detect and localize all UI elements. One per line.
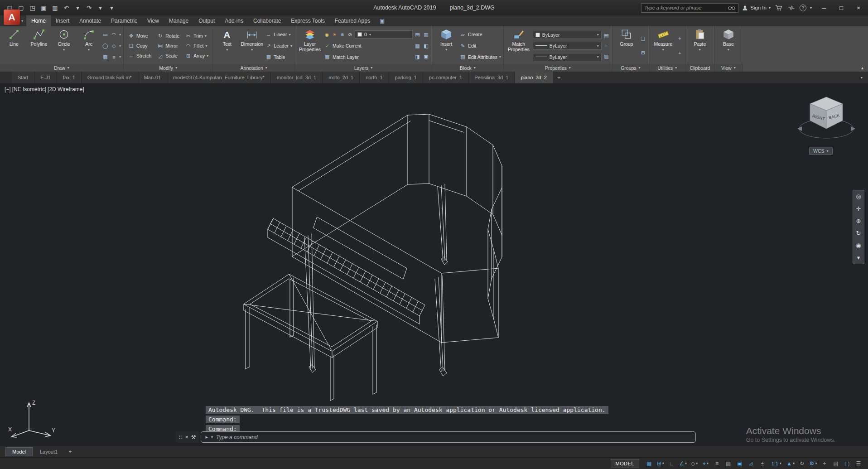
polyline-button[interactable]: Polyline	[27, 28, 51, 64]
file-tab-overflow-icon[interactable]: ▾	[861, 76, 863, 80]
app-store-cart-icon[interactable]	[774, 5, 783, 11]
annotation-scale-button[interactable]: 1:1 ▾	[769, 459, 784, 468]
ribbon-tab-output[interactable]: Output	[193, 15, 220, 26]
close-button[interactable]: ×	[850, 1, 867, 14]
a360-sync-icon[interactable]	[787, 5, 796, 11]
ribbon-collapse-icon[interactable]: ▴	[861, 65, 863, 70]
utilities-panel-label[interactable]: Utilities ▾	[649, 64, 685, 72]
new-layout-button[interactable]: +	[65, 449, 75, 455]
fillet-caret-icon[interactable]: ▾	[205, 44, 207, 48]
rotate-button[interactable]: ↻ Rotate	[157, 32, 179, 40]
arc-caret-icon[interactable]: ▾	[88, 48, 90, 52]
circle-caret-icon[interactable]: ▾	[63, 48, 65, 52]
file-tab[interactable]: Ground tank 5x6 m*	[82, 72, 138, 83]
properties-tool-icon[interactable]: ▥	[603, 53, 610, 59]
layer-thaw-icon[interactable]: ❄	[339, 32, 345, 37]
layer-tool-icon[interactable]: ▥	[423, 32, 429, 38]
orbit-icon[interactable]: ↻	[856, 230, 861, 237]
measure-button[interactable]: Measure ▾	[651, 28, 675, 64]
viewcube[interactable]: RIGHT BACK WCS ▾	[794, 89, 862, 155]
ellipse-icon[interactable]: ◯	[102, 43, 109, 49]
file-tab[interactable]: parking_1	[389, 72, 423, 83]
full-navigation-wheel-icon[interactable]: ◎	[856, 193, 861, 200]
layers-panel-label[interactable]: Layers ▾	[295, 64, 432, 72]
redo-icon[interactable]: ↷	[84, 3, 94, 13]
ribbon-tab-collaborate[interactable]: Collaborate	[248, 15, 286, 26]
ribbon-tab-annotate[interactable]: Annotate	[74, 15, 106, 26]
layout1-tab[interactable]: Layout1	[34, 448, 64, 456]
polar-tracking-icon[interactable]: ∠ ▾	[678, 459, 688, 468]
customization-icon[interactable]: ☰	[854, 459, 863, 468]
model-tab[interactable]: Model	[5, 447, 33, 456]
ribbon-tab-home[interactable]: Home	[26, 15, 51, 26]
ribbon-tab-express-tools[interactable]: Express Tools	[286, 15, 329, 26]
binoculars-search-icon[interactable]	[728, 5, 735, 10]
object-snap-icon[interactable]: ⌖ ▾	[701, 459, 711, 468]
save-icon[interactable]: ▣	[39, 3, 49, 13]
sign-in-caret-icon[interactable]: ▾	[769, 6, 771, 10]
edit-attributes-button[interactable]: ▨ Edit Attributes ▾	[459, 53, 501, 61]
redo-caret-icon[interactable]: ▾	[95, 3, 106, 13]
new-drawing-tab-button[interactable]: +	[553, 72, 565, 83]
undo-icon[interactable]: ↶	[61, 3, 72, 13]
fillet-button[interactable]: ◠ Fillet ▾	[185, 42, 208, 50]
copy-button[interactable]: ❏ Copy	[128, 42, 151, 50]
plot-icon[interactable]: ▥	[50, 3, 60, 13]
wcs-button[interactable]: WCS ▾	[809, 147, 833, 155]
array-button[interactable]: ⊞ Array ▾	[185, 52, 208, 60]
annotation-visibility-icon[interactable]: ▲ ▾	[786, 459, 796, 468]
ribbon-options-icon[interactable]: ▣	[380, 15, 385, 26]
base-button[interactable]: Base ▾	[717, 28, 740, 64]
search-input[interactable]	[644, 5, 725, 10]
file-tab-active[interactable]: piano_3d_2	[515, 72, 553, 83]
command-customize-icon[interactable]: ⚒	[191, 434, 196, 440]
group-button[interactable]: Group	[615, 28, 638, 64]
text-button[interactable]: A Text ▾	[215, 28, 239, 64]
help-caret-icon[interactable]: ▾	[810, 6, 812, 10]
minimize-button[interactable]: ─	[815, 1, 833, 14]
annotation-scale-caret-icon[interactable]: ▾	[780, 461, 781, 465]
file-tab[interactable]: Pensilina_3d_1	[468, 72, 515, 83]
command-line-palette[interactable]: ∷ × ⚒ ▸ ▾	[176, 431, 696, 443]
dynamic-input-icon[interactable]: ±	[757, 459, 767, 468]
leader-caret-icon[interactable]: ▾	[290, 44, 292, 48]
leader-button[interactable]: ↗ Leader ▾	[265, 42, 292, 50]
isodraft-icon[interactable]: ◇ ▾	[690, 459, 699, 468]
file-tab[interactable]: fax_1	[57, 72, 82, 83]
dimension-caret-icon[interactable]: ▾	[251, 48, 253, 52]
group-edit-icon[interactable]: ⊞	[640, 50, 646, 56]
dynamic-ucs-icon[interactable]: ⊿	[746, 459, 756, 468]
edit-block-button[interactable]: ✎ Edit	[459, 42, 501, 50]
groups-panel-label[interactable]: Groups ▾	[612, 64, 649, 72]
annotation-visibility-caret-icon[interactable]: ▾	[793, 461, 795, 465]
command-palette-grip[interactable]: ∷	[179, 434, 183, 440]
object-color-select[interactable]: ByLayer ▾	[533, 31, 602, 39]
qat-more-icon[interactable]: ▾	[106, 3, 117, 13]
boundary-icon[interactable]: ≡	[111, 54, 117, 60]
file-tab[interactable]: monitor_lcd_3d_1	[271, 72, 323, 83]
array-caret-icon[interactable]: ▾	[207, 54, 208, 58]
scale-button[interactable]: ◿ Scale	[157, 52, 179, 60]
isodraft-caret-icon[interactable]: ▾	[696, 461, 698, 465]
file-tab-start[interactable]: Start	[12, 72, 34, 83]
ungroup-icon[interactable]: ❏	[640, 36, 646, 42]
selection-cycling-icon[interactable]: ▣	[735, 459, 745, 468]
properties-panel-label[interactable]: Properties ▾	[504, 64, 612, 72]
zoom-icon[interactable]: ⊕	[856, 218, 861, 224]
rectangle-icon[interactable]: ▭	[102, 32, 109, 38]
create-block-button[interactable]: ▱ Create	[459, 30, 501, 39]
draw-flyout-caret-icon[interactable]: ▾	[119, 44, 121, 48]
command-input[interactable]	[216, 434, 691, 440]
annotation-panel-label[interactable]: Annotation ▾	[213, 64, 294, 72]
make-current-button[interactable]: ✓ Make Current	[324, 42, 413, 50]
layer-tool-icon[interactable]: ▣	[423, 54, 429, 60]
table-button[interactable]: ▦ Table	[265, 53, 292, 61]
linear-caret-icon[interactable]: ▾	[289, 33, 291, 37]
block-panel-label[interactable]: Block ▾	[432, 64, 503, 72]
layer-tool-icon[interactable]: ◨	[414, 54, 421, 60]
logo-caret-icon[interactable]: ▾	[21, 19, 23, 23]
draw-flyout-caret-icon[interactable]: ▾	[119, 55, 121, 59]
stretch-button[interactable]: ↔ Stretch	[128, 52, 151, 60]
view-orientation-control[interactable]: [NE Isometric]	[12, 86, 46, 92]
workspace-caret-icon[interactable]: ▾	[815, 461, 817, 465]
